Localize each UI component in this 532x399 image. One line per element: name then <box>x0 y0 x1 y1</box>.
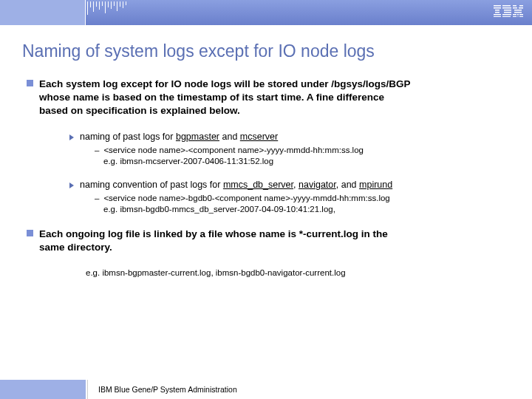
header-ticks <box>87 0 126 25</box>
slide-footer: IBM Blue Gene/P System Administration <box>0 380 532 399</box>
footer-accent-box <box>0 380 86 399</box>
sub-bullet-1-text: naming of past logs for bgpmaster and mc… <box>80 132 278 142</box>
svg-rect-22 <box>513 16 516 17</box>
svg-rect-11 <box>502 16 511 17</box>
svg-rect-10 <box>502 14 511 16</box>
slide-header <box>0 0 532 25</box>
svg-rect-9 <box>504 12 511 13</box>
svg-rect-20 <box>517 14 519 16</box>
svg-rect-23 <box>518 16 519 17</box>
slide-content: Naming of system logs except for IO node… <box>0 25 532 279</box>
slide-title: Naming of system logs except for IO node… <box>22 41 510 61</box>
arrow-bullet-icon <box>69 134 74 140</box>
svg-rect-24 <box>519 16 523 17</box>
svg-rect-19 <box>513 14 516 16</box>
header-accent-box <box>0 0 86 25</box>
svg-rect-5 <box>494 16 501 17</box>
main-bullet-1: Each system log except for IO node logs … <box>27 78 510 118</box>
sub-bullet-2-text: naming convention of past logs for mmcs_… <box>80 180 392 190</box>
sub-bullet-2: naming convention of past logs for mmcs_… <box>69 180 510 190</box>
svg-rect-2 <box>495 10 499 11</box>
svg-rect-16 <box>514 10 518 11</box>
ibm-logo-icon <box>494 5 523 17</box>
svg-rect-4 <box>494 14 501 16</box>
svg-rect-21 <box>519 14 523 16</box>
svg-rect-7 <box>502 7 511 9</box>
main-bullet-2-text: Each ongoing log file is linked by a fil… <box>39 228 388 254</box>
svg-rect-15 <box>519 7 523 9</box>
footer-separator <box>87 380 88 399</box>
example-block-final: e.g. ibmsn-bgpmaster-current.log, ibmsn-… <box>86 267 510 279</box>
svg-rect-13 <box>519 5 523 7</box>
svg-rect-3 <box>495 12 499 13</box>
svg-rect-1 <box>494 7 501 9</box>
main-bullet-1-text: Each system log except for IO node logs … <box>39 78 411 118</box>
svg-rect-14 <box>513 7 517 9</box>
svg-rect-18 <box>514 12 522 13</box>
svg-rect-6 <box>502 5 511 7</box>
sub-bullet-1: naming of past logs for bgpmaster and mc… <box>69 132 510 142</box>
arrow-bullet-icon <box>69 183 74 188</box>
detail-block-1: –<service node name>-<component name>-yy… <box>95 145 510 168</box>
detail-block-2: –<service node name>-bgdb0-<component na… <box>95 193 510 216</box>
square-bullet-icon <box>27 230 33 236</box>
svg-rect-8 <box>504 10 511 11</box>
svg-rect-0 <box>494 5 501 7</box>
svg-rect-12 <box>513 5 516 7</box>
svg-rect-17 <box>518 10 522 11</box>
square-bullet-icon <box>27 80 33 86</box>
footer-text: IBM Blue Gene/P System Administration <box>98 385 237 394</box>
main-bullet-2: Each ongoing log file is linked by a fil… <box>27 228 510 254</box>
